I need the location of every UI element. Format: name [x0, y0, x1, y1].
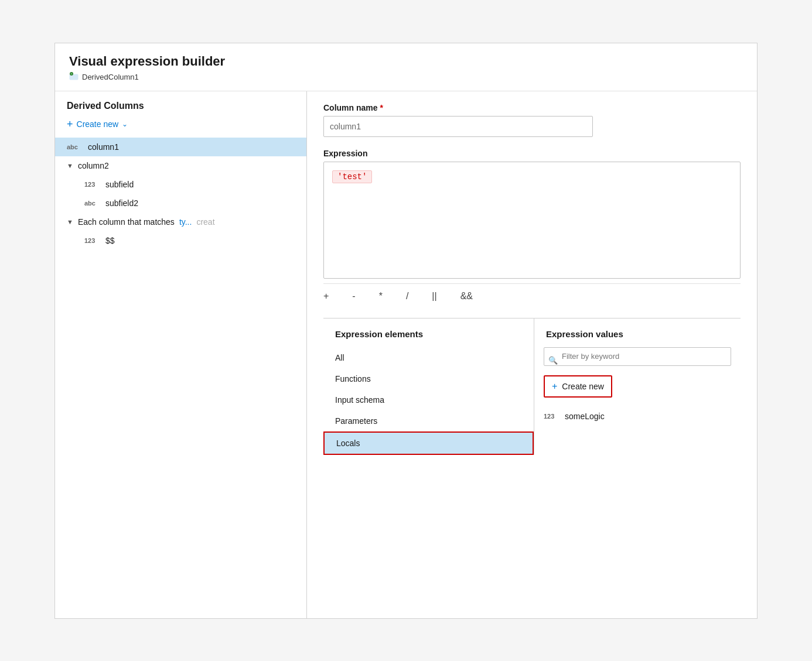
- list-item[interactable]: 123 $$: [55, 231, 306, 250]
- column-name: column1: [88, 142, 119, 152]
- filter-wrap: 🔍: [534, 347, 741, 373]
- type-link[interactable]: ty...: [179, 217, 192, 227]
- right-panel: Column name* Expression 'test' + - * / |…: [307, 91, 757, 618]
- derived-columns-heading: Derived Columns: [55, 101, 306, 116]
- expression-elements-heading: Expression elements: [323, 329, 534, 347]
- operator-plus[interactable]: +: [323, 291, 329, 302]
- each-col-text: Each column that matches: [78, 217, 175, 227]
- chevron-down-icon: ▼: [67, 218, 73, 225]
- create-new-value-label: Create new: [562, 382, 604, 391]
- value-list: 123 someLogic: [534, 405, 741, 428]
- element-item-input-schema[interactable]: Input schema: [323, 389, 534, 410]
- plus-icon: +: [552, 381, 557, 392]
- list-item[interactable]: 123 subfield: [55, 175, 306, 194]
- derived-column-icon: [69, 71, 79, 83]
- plus-icon: +: [67, 118, 73, 131]
- create-new-label: Create new: [77, 119, 119, 129]
- operator-bar: + - * / || &&: [323, 283, 741, 304]
- expression-label: Expression: [323, 149, 741, 158]
- column-name-input[interactable]: [323, 116, 593, 137]
- column-list: abc column1 ▼ column2 123 subfield abc s…: [55, 138, 306, 213]
- operator-minus[interactable]: -: [352, 291, 355, 302]
- left-panel: Derived Columns + Create new ⌄ abc colum…: [55, 91, 307, 618]
- element-list: All Functions Input schema Parameters Lo…: [323, 347, 534, 455]
- column-name-field: Column name*: [323, 103, 741, 137]
- list-item[interactable]: abc column1: [55, 138, 306, 156]
- app-subtitle: DerivedColumn1: [69, 71, 743, 83]
- element-item-functions[interactable]: Functions: [323, 368, 534, 389]
- app-header: Visual expression builder DerivedColumn1: [55, 43, 757, 91]
- column-name: $$: [105, 236, 115, 245]
- chevron-down-icon: ▼: [67, 162, 73, 169]
- expression-elements-panel: Expression elements All Functions Input …: [323, 318, 534, 455]
- bottom-panels: Expression elements All Functions Input …: [323, 318, 741, 455]
- element-item-locals[interactable]: Locals: [323, 431, 534, 455]
- type-badge-abc: abc: [67, 143, 83, 150]
- list-item[interactable]: ▼ column2: [55, 156, 306, 175]
- operator-divide[interactable]: /: [406, 291, 408, 302]
- operator-multiply[interactable]: *: [379, 291, 383, 302]
- list-item[interactable]: 123 someLogic: [534, 407, 741, 426]
- chevron-down-icon: ⌄: [122, 120, 128, 128]
- type-badge-123: 123: [84, 237, 101, 244]
- type-badge-abc: abc: [84, 200, 101, 207]
- search-icon: 🔍: [548, 355, 558, 364]
- column-name: column2: [78, 161, 109, 170]
- element-item-parameters[interactable]: Parameters: [323, 410, 534, 431]
- expression-values-panel: Expression values 🔍 + Create new 123 som…: [534, 318, 741, 455]
- column-name: subfield2: [105, 198, 138, 208]
- svg-point-2: [71, 73, 73, 74]
- each-column-item[interactable]: ▼ Each column that matches ty... creat: [55, 213, 306, 231]
- operator-and[interactable]: &&: [460, 291, 473, 302]
- list-item[interactable]: abc subfield2: [55, 194, 306, 213]
- operator-or[interactable]: ||: [432, 291, 436, 302]
- element-item-all[interactable]: All: [323, 347, 534, 368]
- column-name: subfield: [105, 180, 134, 189]
- subtitle-text: DerivedColumn1: [82, 73, 139, 81]
- expression-editor[interactable]: 'test': [323, 162, 741, 279]
- required-star: *: [380, 103, 383, 112]
- type-badge-123: 123: [544, 413, 560, 420]
- expression-token: 'test': [332, 170, 372, 183]
- page-title: Visual expression builder: [69, 54, 743, 69]
- type-badge-123: 123: [84, 181, 101, 188]
- create-new-value-button[interactable]: + Create new: [544, 375, 612, 398]
- create-text: creat: [196, 217, 214, 227]
- expression-values-heading: Expression values: [534, 329, 741, 347]
- expression-section: Expression 'test' + - * / || &&: [323, 149, 741, 304]
- create-new-button[interactable]: + Create new ⌄: [55, 116, 139, 138]
- filter-input[interactable]: [544, 347, 731, 366]
- value-name: someLogic: [565, 412, 605, 421]
- column-name-label: Column name*: [323, 103, 741, 112]
